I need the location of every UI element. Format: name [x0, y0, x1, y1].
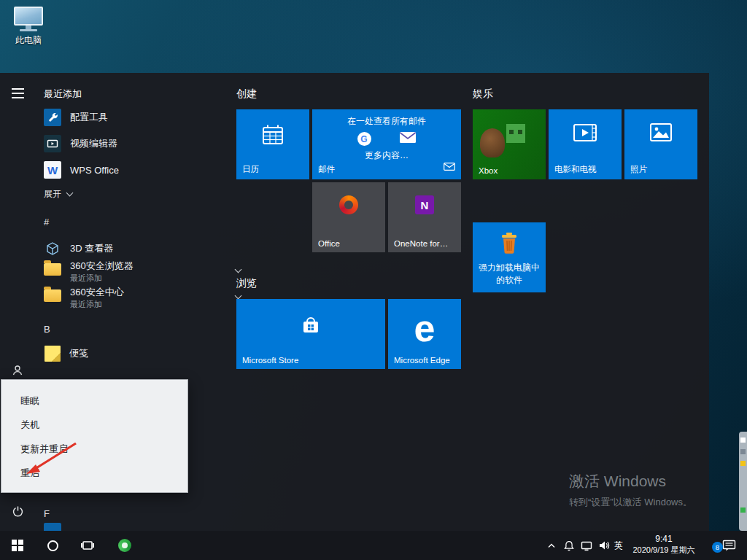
tile-movies-tv[interactable]: 电影和电视 — [549, 109, 622, 179]
app-item-subtitle: 最近添加 — [70, 299, 124, 310]
envelope-icon — [444, 160, 455, 174]
app-item-subtitle: 最近添加 — [70, 273, 133, 284]
cortana-search-button[interactable] — [41, 531, 64, 560]
section-letter-hash[interactable]: # — [44, 217, 64, 228]
video-editor-icon — [44, 135, 61, 152]
language-label: 英 — [614, 540, 623, 552]
start-menu: 最近添加 配置工具 视频编辑器 W WPS Office 展开 # — [0, 73, 709, 531]
tile-photos[interactable]: 照片 — [624, 109, 697, 179]
app-item-label: 360安全浏览器 — [70, 260, 133, 273]
recently-added-header: 最近添加 — [44, 88, 82, 101]
power-menu-restart[interactable]: 重启 — [1, 461, 187, 485]
expand-label: 展开 — [44, 188, 61, 201]
chevron-down-icon — [235, 292, 242, 300]
avatar-art — [506, 124, 525, 143]
edge-logo-icon: e — [388, 306, 461, 350]
app-item-label: 便笺 — [69, 347, 88, 360]
taskbar: 英 9:41 2020/9/19 星期六 8 — [0, 531, 747, 560]
task-view-button[interactable] — [76, 531, 99, 560]
tile-calendar[interactable]: 日历 — [236, 109, 309, 179]
sidebar-mini-icon — [740, 449, 746, 454]
power-icon[interactable] — [12, 505, 24, 521]
envelope-icon — [399, 131, 417, 147]
time-label: 9:41 — [626, 534, 702, 545]
clock[interactable]: 9:41 2020/9/19 星期六 — [626, 534, 702, 557]
volume-button[interactable] — [595, 531, 613, 560]
folder-icon — [44, 263, 61, 276]
this-pc-label: 此电脑 — [6, 34, 51, 47]
sidebar-mini-icon — [740, 438, 746, 443]
section-letter-f[interactable]: F — [44, 508, 64, 519]
tile-label: 电影和电视 — [554, 164, 597, 175]
bell-icon — [563, 540, 575, 551]
computer-icon — [13, 6, 44, 32]
tile-xbox[interactable]: Xbox — [473, 109, 546, 179]
tile-label: Xbox — [479, 166, 498, 175]
app-item-config-tool[interactable]: 配置工具 — [44, 109, 215, 126]
group-header-create[interactable]: 创建 — [236, 88, 257, 101]
wps-office-icon: W — [44, 161, 61, 179]
date-label: 2020/9/19 星期六 — [626, 545, 702, 555]
chevron-down-icon — [66, 190, 74, 197]
language-indicator[interactable]: 英 — [611, 531, 626, 560]
app-item-label: 3D 查看器 — [70, 242, 113, 255]
expand-toggle[interactable]: 展开 — [44, 187, 215, 201]
app-item-wps-office[interactable]: W WPS Office — [44, 161, 215, 179]
group-header-entertainment[interactable]: 娱乐 — [473, 88, 493, 101]
tile-microsoft-edge[interactable]: e Microsoft Edge — [388, 299, 461, 369]
user-icon[interactable] — [12, 365, 23, 379]
app-item-360-center[interactable]: 360安全中心 最近添加 — [44, 286, 219, 312]
app-item-360-browser[interactable]: 360安全浏览器 最近添加 — [44, 260, 219, 286]
power-menu-shutdown[interactable]: 关机 — [1, 413, 187, 437]
tile-label: Office — [318, 239, 340, 248]
notification-bell-button[interactable] — [560, 531, 578, 560]
mail-promo-text: 在一处查看所有邮件 — [312, 115, 461, 128]
wrench-icon — [44, 109, 61, 126]
edge-sidebar[interactable] — [739, 432, 747, 531]
tile-text-line2: 的软件 — [473, 274, 546, 287]
chevron-down-icon — [235, 266, 242, 273]
hamburger-menu-icon[interactable] — [12, 88, 24, 101]
app-item-label: 360安全中心 — [70, 286, 124, 299]
store-bag-icon — [236, 314, 385, 337]
start-button[interactable] — [3, 531, 32, 560]
tile-onenote[interactable]: N OneNote for… — [388, 182, 461, 252]
app-item-video-editor[interactable]: 视频编辑器 — [44, 135, 215, 152]
tile-uninstaller[interactable]: 强力卸载电脑中 的软件 — [473, 222, 546, 292]
3d-viewer-icon — [44, 240, 61, 257]
tile-label: OneNote for… — [394, 239, 448, 248]
tile-mail[interactable]: 在一处查看所有邮件 G 更多内容… 邮件 — [312, 109, 461, 179]
app-item-label: 配置工具 — [70, 111, 108, 124]
tile-microsoft-store[interactable]: Microsoft Store — [236, 299, 385, 369]
power-menu-sleep[interactable]: 睡眠 — [1, 389, 187, 413]
search-icon — [47, 540, 58, 551]
desktop: 此电脑 最近添加 配置工具 视频编辑器 W — [0, 0, 747, 560]
tile-office[interactable]: Office — [312, 182, 385, 252]
power-menu-update-restart[interactable]: 更新并重启 — [1, 437, 187, 461]
action-center-button[interactable]: 8 — [709, 531, 741, 560]
calendar-icon — [236, 122, 309, 147]
tile-text-line1: 强力卸载电脑中 — [473, 262, 546, 274]
clipped-app-icon[interactable] — [44, 523, 61, 531]
browser-360-button[interactable] — [112, 531, 137, 560]
onenote-icon: N — [388, 195, 461, 214]
desktop-icon-this-pc[interactable]: 此电脑 — [6, 6, 51, 47]
section-letter-b[interactable]: B — [44, 324, 64, 335]
network-button[interactable] — [578, 531, 595, 560]
google-icon: G — [357, 132, 371, 146]
trash-bin-icon — [473, 231, 546, 254]
sidebar-mini-icon — [740, 508, 746, 513]
tray-expand-button[interactable] — [543, 531, 560, 560]
app-item-3d-viewer[interactable]: 3D 查看器 — [44, 240, 215, 257]
app-item-sticky-notes[interactable]: 便笺 — [44, 345, 215, 362]
browser-360-icon — [118, 539, 131, 552]
task-view-icon — [81, 540, 94, 551]
network-icon — [581, 540, 592, 551]
group-header-browse[interactable]: 浏览 — [236, 277, 257, 290]
sidebar-mini-icon — [740, 461, 746, 466]
tile-label: 照片 — [630, 164, 647, 175]
windows-logo-icon — [12, 540, 24, 552]
app-item-label: WPS Office — [70, 165, 119, 176]
tile-label: Microsoft Edge — [394, 356, 450, 365]
film-icon — [549, 122, 622, 143]
